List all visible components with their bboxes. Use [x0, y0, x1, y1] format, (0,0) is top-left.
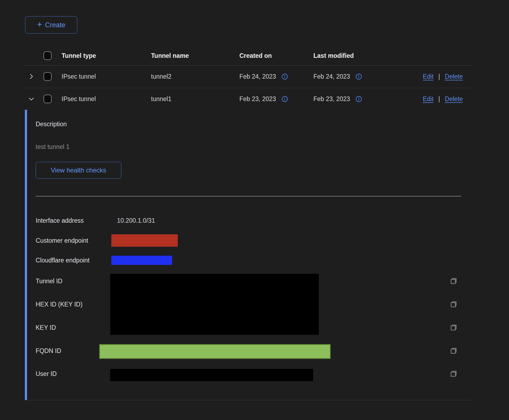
column-header-tunnel-type: Tunnel type: [62, 52, 96, 59]
copy-icon[interactable]: [450, 324, 458, 332]
row-checkbox[interactable]: [43, 72, 52, 81]
info-circle-icon[interactable]: [356, 96, 362, 102]
last-modified-cell: Feb 24, 2023: [313, 73, 362, 80]
chevron-right-icon[interactable]: [28, 73, 35, 80]
created-on-value: Feb 24, 2023: [239, 73, 276, 80]
panel-divider: [36, 196, 461, 196]
create-button[interactable]: + Create: [25, 16, 77, 34]
delete-link[interactable]: Delete: [445, 95, 463, 103]
cloudflare-endpoint-label: Cloudflare endpoint: [36, 256, 89, 264]
expanded-row-accent-bar: [25, 110, 27, 400]
row-actions: Edit | Delete: [423, 95, 463, 103]
created-on-value: Feb 23, 2023: [239, 95, 276, 103]
tunnel-ids-redacted-value: [110, 274, 319, 335]
create-button-label: Create: [45, 21, 65, 29]
plus-icon: +: [37, 20, 42, 29]
last-modified-value: Feb 24, 2023: [313, 73, 350, 80]
edit-link[interactable]: Edit: [423, 73, 434, 80]
column-header-last-modified: Last modified: [313, 52, 354, 59]
created-on-cell: Feb 24, 2023: [239, 73, 288, 80]
delete-link[interactable]: Delete: [445, 73, 463, 80]
copy-icon[interactable]: [450, 370, 458, 378]
description-label: Description: [36, 120, 67, 128]
fqdn-id-label: FQDN ID: [36, 347, 61, 355]
copy-icon[interactable]: [450, 277, 458, 285]
tunnel-type-cell: IPsec tunnel: [62, 95, 96, 103]
row-checkbox[interactable]: [43, 95, 52, 103]
table-bottom-divider: [25, 400, 471, 400]
info-circle-icon[interactable]: [282, 96, 288, 102]
description-value: test tunnel 1: [36, 143, 69, 151]
info-circle-icon[interactable]: [356, 73, 362, 80]
select-all-checkbox[interactable]: [43, 51, 52, 60]
fqdn-id-redacted-value: [99, 344, 331, 359]
column-header-created-on: Created on: [239, 52, 272, 59]
action-separator: |: [438, 73, 440, 80]
tunnel-name-cell: tunnel2: [151, 73, 171, 80]
created-on-cell: Feb 23, 2023: [239, 95, 288, 103]
last-modified-cell: Feb 23, 2023: [313, 95, 362, 103]
chevron-down-icon[interactable]: [28, 95, 35, 102]
copy-icon[interactable]: [450, 347, 458, 355]
key-id-label: KEY ID: [36, 324, 56, 331]
user-id-redacted-value: [110, 369, 313, 381]
view-health-checks-button[interactable]: View health checks: [36, 162, 121, 179]
action-separator: |: [438, 95, 440, 103]
last-modified-value: Feb 23, 2023: [313, 95, 350, 103]
interface-address-value: 10.200.1.0/31: [117, 217, 155, 224]
copy-icon[interactable]: [450, 300, 458, 308]
row-actions: Edit | Delete: [423, 73, 463, 80]
table-row-tunnel2: IPsec tunnel tunnel2 Feb 24, 2023 Feb 24…: [25, 65, 471, 88]
tunnel-type-cell: IPsec tunnel: [62, 73, 96, 80]
cloudflare-endpoint-redacted-value: [111, 256, 172, 265]
customer-endpoint-redacted-value: [111, 234, 178, 247]
ipsec-tunnels-page: + Create Tunnel type Tunnel name Created…: [0, 0, 509, 420]
view-health-checks-label: View health checks: [51, 166, 106, 174]
user-id-label: User ID: [36, 370, 57, 378]
table-row-tunnel1: IPsec tunnel tunnel1 Feb 23, 2023 Feb 23…: [25, 88, 471, 110]
tunnel-name-cell: tunnel1: [151, 95, 171, 103]
interface-address-label: Interface address: [36, 217, 84, 224]
info-circle-icon[interactable]: [282, 73, 288, 80]
tunnel-id-label: Tunnel ID: [36, 277, 62, 285]
customer-endpoint-label: Customer endpoint: [36, 237, 88, 244]
hex-id-label: HEX ID (KEY ID): [36, 301, 82, 308]
edit-link[interactable]: Edit: [423, 95, 434, 103]
table-header: Tunnel type Tunnel name Created on Last …: [25, 46, 471, 65]
column-header-tunnel-name: Tunnel name: [151, 52, 189, 59]
